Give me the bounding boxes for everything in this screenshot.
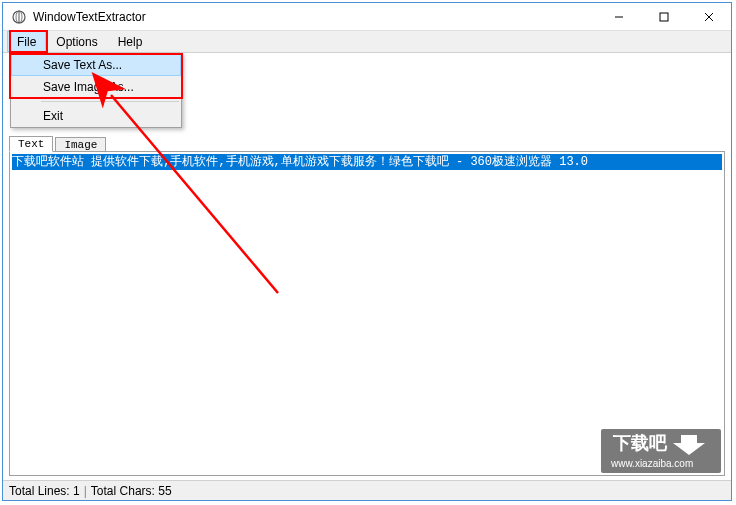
menu-exit[interactable]: Exit	[11, 105, 181, 127]
menu-separator	[41, 101, 179, 102]
titlebar: WindowTextExtractor	[3, 3, 731, 31]
menu-options[interactable]: Options	[46, 31, 107, 52]
status-separator: |	[84, 484, 87, 498]
selected-text: 下载吧软件站 提供软件下载,手机软件,手机游戏,单机游戏下载服务！绿色下载吧 -…	[12, 154, 722, 170]
maximize-button[interactable]	[641, 3, 686, 31]
svg-rect-4	[660, 13, 668, 21]
minimize-button[interactable]	[596, 3, 641, 31]
tab-strip: Text Image	[3, 133, 731, 151]
menu-help[interactable]: Help	[108, 31, 153, 52]
close-button[interactable]	[686, 3, 731, 31]
status-lines-value: 1	[73, 484, 80, 498]
menu-save-text-as[interactable]: Save Text As...	[11, 54, 181, 76]
app-icon	[11, 9, 27, 25]
menubar: File Options Help	[3, 31, 731, 53]
statusbar: Total Lines: 1 | Total Chars: 55	[3, 480, 731, 500]
file-dropdown: Save Text As... Save Image As... Exit	[10, 53, 182, 128]
status-chars-label: Total Chars:	[91, 484, 155, 498]
menu-save-image-as[interactable]: Save Image As...	[11, 76, 181, 98]
menu-item-label: Save Image As...	[43, 80, 134, 94]
menu-item-label: Save Text As...	[43, 58, 122, 72]
text-content-area[interactable]: 下载吧软件站 提供软件下载,手机软件,手机游戏,单机游戏下载服务！绿色下载吧 -…	[9, 151, 725, 476]
app-window: WindowTextExtractor File Options Help Sa…	[2, 2, 732, 501]
status-chars-value: 55	[158, 484, 171, 498]
status-lines-label: Total Lines:	[9, 484, 70, 498]
tab-image[interactable]: Image	[55, 137, 106, 152]
tab-text[interactable]: Text	[9, 136, 53, 152]
menu-item-label: Exit	[43, 109, 63, 123]
menu-file[interactable]: File	[7, 31, 46, 52]
window-controls	[596, 3, 731, 31]
window-title: WindowTextExtractor	[33, 10, 146, 24]
